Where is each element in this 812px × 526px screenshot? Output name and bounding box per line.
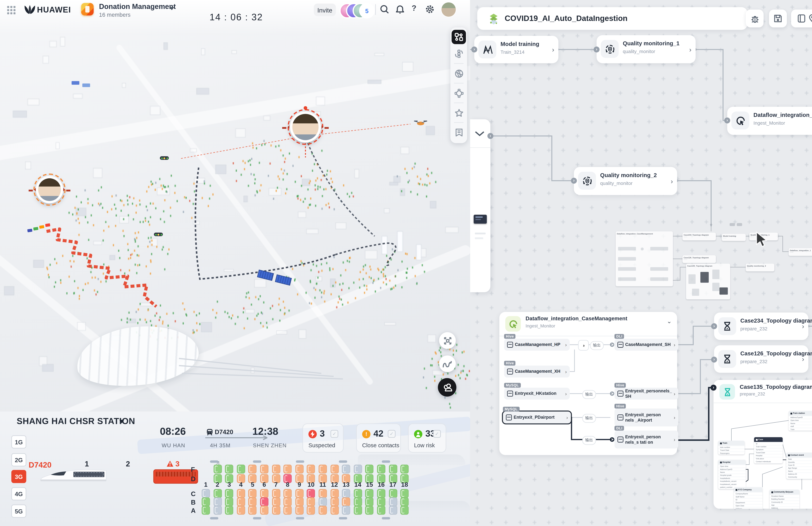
seat-B16[interactable] xyxy=(377,497,386,506)
seat-A8[interactable] xyxy=(284,506,292,515)
panel-case135-topology[interactable]: Case135_Topology diagram prepare_232 ⌄ T… xyxy=(713,380,812,509)
panel-partial-left[interactable] xyxy=(470,119,491,292)
seat-F13[interactable] xyxy=(342,465,350,473)
source-chip[interactable]: MySQL Entryexit_HKstation › xyxy=(504,388,570,399)
route-button[interactable] xyxy=(439,355,456,372)
seat-F7[interactable] xyxy=(272,465,280,473)
globe-icon[interactable] xyxy=(452,66,466,81)
seat-B18[interactable] xyxy=(401,497,409,506)
workspace-title[interactable]: Donation Management xyxy=(99,2,176,11)
chevron-right-icon[interactable]: › xyxy=(689,46,691,53)
stat-suspected[interactable]: 3✓Suspected xyxy=(302,423,344,453)
seat-A11[interactable] xyxy=(319,506,327,515)
node-case234-topology[interactable]: Case234_Topology diagram prepare_232 › xyxy=(714,312,808,340)
settings-gear-icon[interactable] xyxy=(425,5,434,14)
donation-app-icon[interactable] xyxy=(81,3,94,15)
seat-A6[interactable] xyxy=(260,506,269,515)
output-operator[interactable]: 输出 xyxy=(582,414,596,423)
seat-C4[interactable] xyxy=(237,489,245,498)
seat-B2[interactable] xyxy=(213,497,222,506)
seat-B15[interactable] xyxy=(365,497,374,506)
station-dropdown-caret[interactable] xyxy=(119,420,124,426)
generation-3G[interactable]: 3G xyxy=(11,470,26,483)
seat-F3[interactable] xyxy=(225,465,233,473)
source-chip-selected[interactable]: MySQL Entryexit_PDairport › xyxy=(503,411,571,423)
target-chip[interactable]: DLI Entryexit_personnels_s tati on › xyxy=(614,430,678,449)
seat-F15[interactable] xyxy=(365,465,374,473)
checkbox-icon[interactable]: ✓ xyxy=(433,430,441,438)
seat-F9[interactable] xyxy=(295,465,304,473)
chevron-right-icon[interactable]: › xyxy=(802,355,804,363)
debug-bug-button[interactable] xyxy=(746,10,764,27)
seat-C3[interactable] xyxy=(225,489,233,498)
seat-B13[interactable] xyxy=(342,497,350,506)
checkbox-icon[interactable]: ✓ xyxy=(388,430,396,438)
seat-C11[interactable] xyxy=(319,489,327,498)
entity-contact-event[interactable]: Contact eventDateQuantityCase IDAge Rang… xyxy=(786,453,812,479)
seat-B12[interactable] xyxy=(330,497,338,506)
seat-C8[interactable] xyxy=(284,489,292,498)
seat-F11[interactable] xyxy=(319,465,327,473)
star-icon[interactable] xyxy=(452,105,466,120)
seat-F6[interactable] xyxy=(260,465,269,473)
seat-F14[interactable] xyxy=(354,465,362,473)
online-count-badge[interactable]: 5 xyxy=(359,3,375,18)
chevron-right-icon[interactable]: › xyxy=(671,177,673,185)
apps-grid-icon[interactable] xyxy=(6,5,17,15)
seat-C10[interactable] xyxy=(307,489,315,498)
output-operator[interactable]: 输出 xyxy=(582,390,596,399)
node-quality-monitoring-2[interactable]: Quality monitoring_2 quality_monitor › xyxy=(574,167,677,195)
generation-2G[interactable]: 2G xyxy=(11,453,26,466)
seat-B11[interactable] xyxy=(319,497,327,506)
seat-B17[interactable] xyxy=(389,497,397,506)
seat-A3[interactable] xyxy=(225,506,233,515)
seat-C1[interactable] xyxy=(202,489,210,498)
node-quality-monitoring-1[interactable]: Quality monitoring_1 quality_monitor › xyxy=(596,35,696,63)
seat-B10[interactable] xyxy=(307,497,315,506)
seat-A12[interactable] xyxy=(330,506,338,515)
panel-dataflow-casemanagement[interactable]: Dataflow_integration_CaseManagement Inge… xyxy=(499,312,677,455)
workspace-dropdown-caret[interactable] xyxy=(169,7,174,13)
chevron-right-icon[interactable]: › xyxy=(565,391,567,396)
stat-low-risk[interactable]: 33✓Low risk xyxy=(408,423,446,453)
seat-B14[interactable] xyxy=(354,497,362,506)
seat-B5[interactable] xyxy=(248,497,257,506)
chevron-right-icon[interactable]: › xyxy=(674,415,676,420)
seat-A10[interactable] xyxy=(307,506,315,515)
seat-B7[interactable] xyxy=(272,497,280,506)
seat-F8[interactable] xyxy=(284,465,292,473)
help-icon[interactable]: ? xyxy=(412,3,416,13)
save-button[interactable] xyxy=(769,10,787,27)
source-chip[interactable]: Hive CaseManagement_HP › xyxy=(504,339,570,351)
entity-case[interactable]: CaseIdTrain numberSymptomTravel DateHosp… xyxy=(754,437,783,463)
generation-5G[interactable]: 5G xyxy=(11,505,26,518)
entity-hospital[interactable]: HospitalOpen timeAddressTypeIDNameHospit… xyxy=(718,460,746,489)
seat-C15[interactable] xyxy=(365,489,374,498)
join-operator[interactable]: ◑ xyxy=(578,340,589,351)
seat-F2[interactable] xyxy=(213,465,222,473)
seat-C2[interactable] xyxy=(213,489,222,498)
generation-1G[interactable]: 1G xyxy=(11,435,26,449)
chevron-right-icon[interactable]: › xyxy=(674,391,676,396)
checkbox-icon[interactable]: ✓ xyxy=(331,430,338,438)
people-button[interactable] xyxy=(438,378,456,397)
person-marker[interactable] xyxy=(290,112,321,143)
seat-A14[interactable] xyxy=(354,506,362,515)
chevron-right-icon[interactable]: › xyxy=(802,323,804,330)
seat-A17[interactable] xyxy=(389,506,397,515)
seat-A7[interactable] xyxy=(272,506,280,515)
seat-C6[interactable] xyxy=(260,489,269,498)
chevron-right-icon[interactable]: › xyxy=(565,369,567,374)
flow-topology-icon[interactable] xyxy=(452,30,466,44)
chevron-right-icon[interactable]: › xyxy=(552,46,554,53)
user-avatar[interactable] xyxy=(441,2,456,17)
chevron-right-icon[interactable]: › xyxy=(566,415,568,420)
target-chip[interactable]: Hive Entryexit_personnels_SH › xyxy=(614,388,678,399)
invite-button[interactable]: Invite xyxy=(314,3,336,16)
seat-C18[interactable] xyxy=(401,489,409,498)
source-chip[interactable]: Hive CaseManagement_XH › xyxy=(504,366,570,378)
target-chip[interactable]: DLI CaseManagement_SH › xyxy=(614,339,678,351)
seat-A2[interactable] xyxy=(213,506,222,515)
seat-C13[interactable] xyxy=(342,489,350,498)
entity-train-station[interactable]: Train stationAddressTypeIDOpen timeNames… xyxy=(788,411,812,431)
